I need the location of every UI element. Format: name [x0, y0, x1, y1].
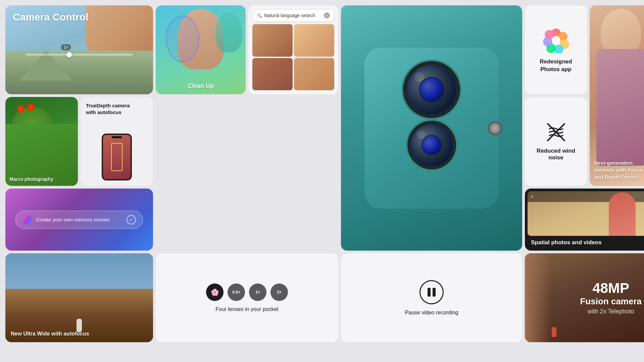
wind-noise-title: Reduced wind noise — [530, 148, 582, 161]
svg-point-7 — [552, 36, 560, 44]
clean-up-bg-person — [215, 12, 242, 52]
frog-card: Macro photography — [5, 97, 78, 186]
two-x-label: 2× — [277, 290, 282, 295]
memory-prompt-text: Create your own memory movies — [36, 217, 127, 222]
search-bar[interactable]: 🔍 Natural language search × — [252, 9, 334, 21]
clean-up-card: Clean Up — [156, 5, 246, 94]
spatial-photos-card: Spatial photos and videos — [525, 189, 644, 251]
pause-bar-right — [433, 288, 436, 297]
pause-video-card: Pause video recording — [341, 253, 522, 342]
one-x-lens-button[interactable]: 1× — [249, 283, 266, 301]
memory-movies-card: Create your own memory movies ✓ — [5, 189, 153, 251]
face-detection-box — [111, 143, 122, 171]
truedepth-card: TrueDepth camera with autofocus — [81, 97, 153, 186]
ultrawide-label: New Ultra Wide with autofocus — [11, 331, 89, 337]
four-lenses-card: 🌸 0.5× 1× 2× Four lenses in your pocket — [156, 253, 338, 342]
ultrawide-person — [77, 319, 82, 332]
spatial-nav-dot-2 — [633, 195, 640, 198]
camera-control-title: Camera Control — [13, 11, 88, 23]
photo-result-4 — [294, 58, 334, 91]
truedepth-title: TrueDepth camera with autofocus — [86, 102, 148, 116]
portrait-face — [601, 9, 641, 56]
frog-eye-right — [27, 104, 35, 111]
secondary-lens-reflection — [417, 130, 425, 139]
fusion-camera-card: 48MP Fusion camera with 2x Telephoto — [525, 253, 644, 342]
spatial-label: Spatial photos and videos — [531, 239, 602, 246]
photos-app-icon — [543, 27, 569, 53]
two-x-lens-button[interactable]: 2× — [270, 283, 288, 301]
fusion-camera-title: Fusion camera — [580, 296, 642, 307]
pause-bar-left — [428, 288, 431, 297]
camera-flash — [488, 121, 502, 135]
photo-result-2 — [294, 24, 334, 57]
search-query: Natural language search — [264, 13, 324, 18]
photo-result-1 — [252, 24, 293, 57]
memory-submit-button[interactable]: ✓ — [127, 215, 136, 224]
phone-dot-indicator — [112, 136, 122, 138]
pause-button[interactable] — [419, 280, 444, 304]
natural-language-card: 🔍 Natural language search × — [248, 5, 338, 94]
macro-photography-card: Macro photography TrueDepth camera with … — [5, 97, 153, 186]
flower-icon: 🌸 — [211, 288, 219, 296]
macro-label: Macro photography — [9, 176, 53, 182]
fusion-mp-title: 48MP — [580, 280, 642, 296]
spatial-nav-dot-1 — [531, 195, 534, 198]
camera-control-card: Camera Control 1× — [5, 5, 153, 94]
fusion-person — [552, 327, 556, 337]
memory-input-bar[interactable]: Create your own memory movies ✓ — [15, 211, 143, 229]
secondary-lens-inner — [422, 135, 442, 155]
search-icon: 🔍 — [257, 13, 262, 18]
pause-icon — [428, 288, 436, 297]
zoom-value: 1× — [64, 45, 68, 50]
main-wide-lens — [403, 61, 460, 118]
camera-slider: 1× — [26, 54, 133, 56]
ultrawide-card: New Ultra Wide with autofocus — [5, 253, 153, 342]
portraits-card: Next-generation portraits with Focus and… — [590, 5, 644, 186]
secondary-lens — [407, 121, 456, 169]
wind-icon — [546, 122, 566, 144]
iphone-body — [364, 48, 499, 209]
lens-reflection — [414, 72, 424, 82]
fusion-rock-formation — [525, 253, 552, 342]
macro-lens-button[interactable]: 🌸 — [206, 283, 224, 301]
photo-results-grid — [252, 24, 334, 90]
wind-noise-svg — [546, 122, 566, 142]
four-lenses-label: Four lenses in your pocket — [215, 306, 279, 312]
photo-result-3 — [252, 58, 293, 91]
pause-label: Pause video recording — [405, 310, 458, 316]
portrait-body — [596, 49, 644, 166]
spatial-photo-person — [609, 192, 636, 236]
search-clear-button[interactable]: × — [324, 12, 330, 18]
photos-icon-svg — [543, 27, 569, 53]
redesigned-photos-title: Redesigned Photos app — [540, 58, 572, 73]
half-x-lens-button[interactable]: 0.5× — [228, 283, 245, 301]
clean-up-label: Clean Up — [188, 83, 214, 90]
iphone-camera-card — [341, 5, 522, 251]
fusion-subtitle: with 2x Telephoto — [580, 308, 642, 315]
one-x-label: 1× — [255, 290, 260, 295]
spatial-viewer-frame — [528, 191, 644, 236]
fusion-text-block: 48MP Fusion camera with 2x Telephoto — [580, 280, 642, 315]
phone-mockup — [102, 134, 132, 180]
siri-icon — [22, 215, 32, 224]
redesigned-photos-card: Redesigned Photos app — [525, 5, 587, 94]
lens-selector-buttons: 🌸 0.5× 1× 2× — [206, 283, 288, 301]
half-x-label: 0.5× — [232, 290, 240, 295]
magic-outline — [166, 15, 199, 62]
reduced-wind-card: Reduced wind noise — [525, 97, 587, 186]
portrait-label: Next-generation portraits with Focus and… — [594, 159, 644, 180]
frog-eye-left — [17, 105, 24, 113]
